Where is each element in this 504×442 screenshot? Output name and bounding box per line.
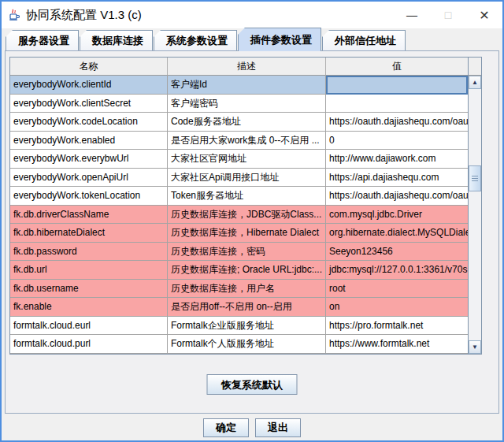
- table-row[interactable]: everybodyWork.openApiUrl大家社区Api调用接口地址htt…: [10, 169, 468, 188]
- cell-description[interactable]: 历史数据库连接，用户名: [168, 280, 326, 299]
- cell-name[interactable]: everybodyWork.enabled: [10, 132, 168, 150]
- table-row[interactable]: everybodyWork.codeLocationCode服务器地址https…: [10, 113, 468, 132]
- scrollbar-track[interactable]: [469, 89, 481, 340]
- config-table: 名称描述值 everybodyWork.clientId客户端Ideverybo…: [10, 58, 468, 354]
- cell-value[interactable]: org.hibernate.dialect.MySQLDialect: [326, 224, 468, 243]
- cell-description[interactable]: 客户端Id: [168, 76, 326, 95]
- cell-name[interactable]: fk.db.driverClassName: [10, 206, 168, 225]
- plugin-params-panel: 名称描述值 everybodyWork.clientId客户端Ideverybo…: [5, 50, 499, 414]
- cell-name[interactable]: fk.db.username: [10, 280, 168, 299]
- window-controls: — □ ✕: [394, 2, 502, 28]
- scrollbar-thumb[interactable]: [469, 165, 481, 191]
- tab-system-params[interactable]: 系统参数设置: [154, 30, 237, 50]
- cell-name[interactable]: everybodyWork.tokenLocation: [10, 187, 168, 206]
- dialog-button-row: 确定 退出: [2, 418, 502, 437]
- scrollbar-header-corner: [469, 58, 481, 76]
- cell-value[interactable]: https://oauth.dajiashequ.com/oau...: [326, 113, 468, 132]
- table-row[interactable]: fk.enable是否启用off--不启用 on--启用on: [10, 298, 468, 317]
- minimize-button[interactable]: —: [394, 2, 430, 28]
- table-row[interactable]: everybodyWork.everybwUrl大家社区官网地址http://w…: [10, 150, 468, 169]
- cell-value[interactable]: [326, 76, 468, 95]
- cell-value[interactable]: https://www.formtalk.net: [326, 335, 468, 354]
- cell-value[interactable]: https://pro.formtalk.net: [326, 317, 468, 336]
- cell-description[interactable]: Token服务器地址: [168, 187, 326, 206]
- vertical-scrollbar[interactable]: ▲ ▼: [468, 58, 481, 354]
- cell-value[interactable]: Seeyon123456: [326, 243, 468, 262]
- scroll-up-button[interactable]: ▲: [469, 76, 481, 89]
- table-row[interactable]: fk.db.password历史数据库连接，密码Seeyon123456: [10, 243, 468, 262]
- cell-value[interactable]: https://api.dajiashequ.com: [326, 169, 468, 188]
- cell-name[interactable]: formtalk.cloud.eurl: [10, 317, 168, 336]
- table-header: 名称描述值: [10, 58, 468, 76]
- scroll-down-button[interactable]: ▼: [469, 340, 481, 354]
- table-row[interactable]: everybodyWork.clientId客户端Id: [10, 76, 468, 95]
- cell-name[interactable]: everybodyWork.clientSecret: [10, 95, 168, 113]
- table-row[interactable]: fk.db.url历史数据库连接; Oracle URL:jdbc:...jdb…: [10, 261, 468, 280]
- title-bar: 协同系统配置 V1.3 (c) — □ ✕: [2, 2, 502, 28]
- table-row[interactable]: everybodyWork.enabled是否启用大家work集成 0--不启用…: [10, 132, 468, 150]
- java-app-icon: [7, 8, 21, 22]
- cell-name[interactable]: fk.enable: [10, 298, 168, 317]
- table-scrollpane: 名称描述值 everybodyWork.clientId客户端Ideverybo…: [9, 57, 482, 355]
- table-row[interactable]: formtalk.cloud.eurlFormtalk企业版服务地址https:…: [10, 317, 468, 336]
- table-row[interactable]: everybodyWork.tokenLocationToken服务器地址htt…: [10, 187, 468, 206]
- cell-name[interactable]: fk.db.hibernateDialect: [10, 224, 168, 243]
- table-row[interactable]: fk.db.username历史数据库连接，用户名root: [10, 280, 468, 299]
- cell-description[interactable]: 大家社区官网地址: [168, 150, 326, 169]
- tab-external-trusted-addr[interactable]: 外部信任地址: [322, 30, 406, 50]
- scrollbar-grip: [472, 176, 478, 182]
- cell-value[interactable]: 0: [326, 132, 468, 150]
- cell-value[interactable]: jdbc:mysql://127.0.0.1:3361/v70s...: [326, 261, 468, 280]
- cell-name[interactable]: everybodyWork.clientId: [10, 76, 168, 95]
- cell-description[interactable]: Formtalk个人版服务地址: [168, 335, 326, 354]
- column-header-1[interactable]: 描述: [168, 58, 326, 76]
- ok-button[interactable]: 确定: [203, 418, 249, 437]
- table-row[interactable]: everybodyWork.clientSecret客户端密码: [10, 95, 468, 113]
- tab-database-connection[interactable]: 数据库连接: [80, 30, 153, 50]
- cell-name[interactable]: everybodyWork.everybwUrl: [10, 150, 168, 169]
- cell-description[interactable]: 历史数据库连接; Oracle URL:jdbc:...: [168, 261, 326, 280]
- cell-name[interactable]: formtalk.cloud.purl: [10, 335, 168, 354]
- cell-description[interactable]: 大家社区Api调用接口地址: [168, 169, 326, 188]
- app-window: 协同系统配置 V1.3 (c) — □ ✕ 服务器设置数据库连接系统参数设置插件…: [0, 0, 504, 442]
- window-title: 协同系统配置 V1.3 (c): [26, 8, 142, 23]
- cell-value[interactable]: com.mysql.jdbc.Driver: [326, 206, 468, 225]
- cell-description[interactable]: 历史数据库连接，密码: [168, 243, 326, 262]
- cell-value[interactable]: https://oauth.dajiashequ.com/oau...: [326, 187, 468, 206]
- cell-value[interactable]: root: [326, 280, 468, 299]
- cell-name[interactable]: fk.db.password: [10, 243, 168, 262]
- table-row[interactable]: fk.db.driverClassName历史数据库连接，JDBC驱动Class…: [10, 206, 468, 225]
- tab-plugin-params[interactable]: 插件参数设置: [238, 28, 321, 51]
- column-header-2[interactable]: 值: [326, 58, 468, 76]
- cell-value[interactable]: on: [326, 298, 468, 317]
- cell-value[interactable]: [326, 95, 468, 113]
- cell-description[interactable]: Formtalk企业版服务地址: [168, 317, 326, 336]
- restore-defaults-button[interactable]: 恢复系统默认: [207, 374, 298, 395]
- cell-description[interactable]: Code服务器地址: [168, 113, 326, 132]
- cell-description[interactable]: 是否启用off--不启用 on--启用: [168, 298, 326, 317]
- exit-button[interactable]: 退出: [255, 418, 301, 437]
- cell-description[interactable]: 历史数据库连接，Hibernate Dialect: [168, 224, 326, 243]
- tab-bar: 服务器设置数据库连接系统参数设置插件参数设置外部信任地址: [2, 28, 502, 50]
- table-body: everybodyWork.clientId客户端IdeverybodyWork…: [10, 76, 468, 354]
- cell-name[interactable]: fk.db.url: [10, 261, 168, 280]
- column-header-0[interactable]: 名称: [10, 58, 168, 76]
- table-row[interactable]: formtalk.cloud.purlFormtalk个人版服务地址https:…: [10, 335, 468, 354]
- cell-description[interactable]: 历史数据库连接，JDBC驱动Class...: [168, 206, 326, 225]
- cell-description[interactable]: 是否启用大家work集成 0--不启用 ...: [168, 132, 326, 150]
- maximize-button[interactable]: □: [430, 2, 466, 28]
- cell-description[interactable]: 客户端密码: [168, 95, 326, 113]
- close-button[interactable]: ✕: [466, 2, 502, 28]
- table-row[interactable]: fk.db.hibernateDialect历史数据库连接，Hibernate …: [10, 224, 468, 243]
- tab-server-settings[interactable]: 服务器设置: [6, 30, 79, 50]
- cell-value[interactable]: http://www.dajiawork.com: [326, 150, 468, 169]
- cell-name[interactable]: everybodyWork.codeLocation: [10, 113, 168, 132]
- cell-name[interactable]: everybodyWork.openApiUrl: [10, 169, 168, 188]
